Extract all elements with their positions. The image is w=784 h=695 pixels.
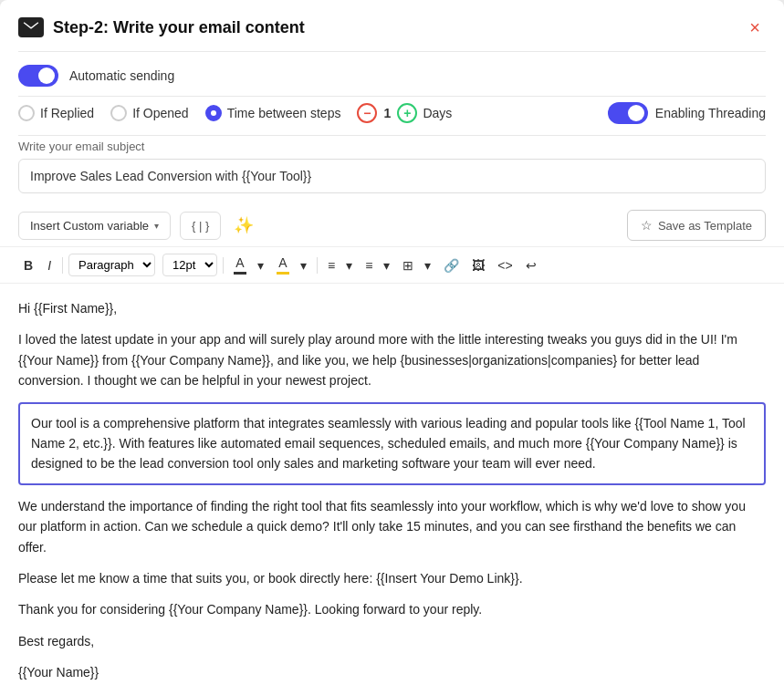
format-separator-3 xyxy=(317,257,318,274)
table-group: ⊞ ▾ xyxy=(398,255,435,275)
time-between-steps-option[interactable]: Time between steps xyxy=(205,105,341,121)
star-icon: ☆ xyxy=(641,218,653,233)
if-opened-label: If Opened xyxy=(132,106,189,120)
curly-label: { | } xyxy=(192,219,209,233)
svg-rect-0 xyxy=(23,21,39,34)
chevron-down-icon: ▾ xyxy=(154,221,159,231)
email-para-4: Thank you for considering {{Your Company… xyxy=(18,599,766,619)
email-greeting: Hi {{First Name}}, xyxy=(18,298,766,318)
subject-section: Write your email subject xyxy=(0,136,784,201)
code-icon: <> xyxy=(497,258,512,273)
mail-icon xyxy=(18,17,44,37)
if-replied-radio[interactable] xyxy=(18,105,35,121)
unordered-list-group: ≡ ▾ xyxy=(323,255,357,275)
font-color-group: A ▾ xyxy=(229,253,268,277)
save-template-label: Save as Template xyxy=(658,219,752,233)
auto-sending-toggle[interactable] xyxy=(18,65,58,87)
auto-sending-label: Automatic sending xyxy=(69,68,174,83)
modal-header: Step-2: Write your email content × xyxy=(0,0,784,51)
italic-button[interactable]: I xyxy=(42,254,57,276)
email-para-1: I loved the latest update in your app an… xyxy=(18,329,766,390)
font-color-dropdown[interactable]: ▾ xyxy=(253,255,268,275)
font-color-button[interactable]: A xyxy=(229,253,251,277)
modal-title-area: Step-2: Write your email content xyxy=(18,17,305,37)
threading-toggle[interactable] xyxy=(608,102,648,124)
link-icon: 🔗 xyxy=(444,258,459,273)
threading-group: Enabling Threading xyxy=(608,102,766,124)
format-separator-1 xyxy=(62,257,63,274)
image-button[interactable]: 🖼 xyxy=(467,255,489,275)
highlight-indicator xyxy=(277,272,289,275)
highlight-letter: A xyxy=(277,255,289,270)
bold-button[interactable]: B xyxy=(18,254,38,276)
highlight-button[interactable]: A xyxy=(272,253,294,277)
curly-braces-button[interactable]: { | } xyxy=(180,212,221,240)
table-button[interactable]: ⊞ xyxy=(398,255,418,275)
insert-custom-label: Insert Custom variable xyxy=(30,219,149,233)
undo-button[interactable]: ↩ xyxy=(521,255,541,275)
toolbar-row: Insert Custom variable ▾ { | } ✨ ☆ Save … xyxy=(0,201,784,246)
highlight-color-group: A ▾ xyxy=(272,253,311,277)
table-dropdown[interactable]: ▾ xyxy=(420,255,435,275)
options-row: If Replied If Opened Time between steps … xyxy=(0,97,784,135)
email-compose-modal: Step-2: Write your email content × Autom… xyxy=(0,0,784,695)
if-opened-radio[interactable] xyxy=(110,105,127,121)
step-count: 1 xyxy=(382,106,392,120)
email-closing: Best regards, xyxy=(18,631,766,651)
days-label: Days xyxy=(423,106,452,120)
increment-button[interactable]: + xyxy=(397,103,417,123)
font-color-indicator xyxy=(234,272,246,275)
font-color-letter: A xyxy=(234,255,246,270)
unordered-list-button[interactable]: ≡ xyxy=(323,255,340,275)
email-highlighted-para: Our tool is a comprehensive platform tha… xyxy=(18,402,766,485)
magic-wand-icon: ✨ xyxy=(234,216,254,234)
font-family-select[interactable]: Paragraph xyxy=(68,254,155,276)
email-para-2: We understand the importance of finding … xyxy=(18,496,766,557)
format-bar: B I Paragraph 12pt A ▾ A ▾ ≡ ▾ xyxy=(0,246,784,284)
subject-input[interactable] xyxy=(18,159,766,193)
subject-label: Write your email subject xyxy=(18,140,766,153)
decrement-button[interactable]: − xyxy=(357,103,377,123)
modal-title: Step-2: Write your email content xyxy=(53,18,305,37)
threading-label: Enabling Threading xyxy=(655,106,766,120)
email-body: Hi {{First Name}}, I loved the latest up… xyxy=(0,284,784,695)
font-size-select[interactable]: 12pt xyxy=(162,254,217,276)
ordered-list-group: ≡ ▾ xyxy=(361,255,394,275)
code-button[interactable]: <> xyxy=(493,255,517,275)
image-icon: 🖼 xyxy=(472,258,485,273)
unordered-list-dropdown[interactable]: ▾ xyxy=(341,255,357,275)
email-para-3: Please let me know a time that suits you… xyxy=(18,568,766,588)
format-separator-2 xyxy=(223,257,224,274)
ordered-list-button[interactable]: ≡ xyxy=(361,255,377,275)
ordered-list-dropdown[interactable]: ▾ xyxy=(379,255,394,275)
time-steps-group: − 1 + Days xyxy=(357,103,452,123)
magic-wand-button[interactable]: ✨ xyxy=(230,212,257,239)
highlight-dropdown[interactable]: ▾ xyxy=(296,255,311,275)
auto-sending-row: Automatic sending xyxy=(0,52,784,96)
link-button[interactable]: 🔗 xyxy=(439,255,464,275)
close-button[interactable]: × xyxy=(744,16,766,38)
if-replied-label: If Replied xyxy=(40,106,94,120)
save-template-button[interactable]: ☆ Save as Template xyxy=(627,210,766,241)
time-between-steps-label: Time between steps xyxy=(227,106,341,120)
time-between-steps-radio[interactable] xyxy=(205,105,222,121)
if-replied-option[interactable]: If Replied xyxy=(18,105,94,121)
insert-custom-variable-button[interactable]: Insert Custom variable ▾ xyxy=(18,212,171,240)
undo-icon: ↩ xyxy=(526,258,537,273)
if-opened-option[interactable]: If Opened xyxy=(110,105,189,121)
email-signature: {{Your Name}} xyxy=(18,662,766,682)
